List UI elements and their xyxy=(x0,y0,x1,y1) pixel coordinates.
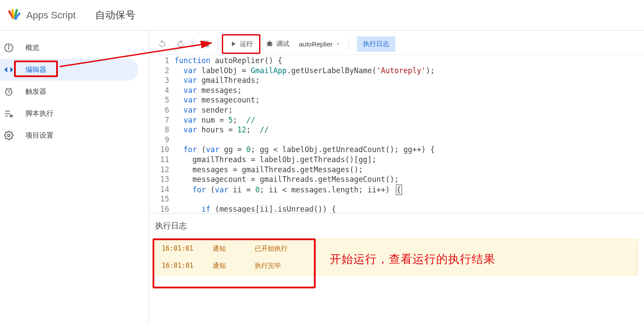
code-content[interactable]: function autoReplier() { var labelObj = … xyxy=(174,56,644,213)
header: Apps Script 自动保号 xyxy=(0,0,644,31)
svg-line-8 xyxy=(11,88,12,89)
redo-button[interactable] xyxy=(172,36,189,52)
apps-script-logo-icon xyxy=(7,8,21,22)
play-icon xyxy=(229,40,237,48)
sidebar-item-overview[interactable]: 概览 xyxy=(0,37,138,59)
project-title[interactable]: 自动保号 xyxy=(95,8,135,22)
svg-marker-12 xyxy=(11,115,13,117)
annotation-callout-text: 开始运行，查看运行的执行结果 xyxy=(330,252,495,267)
svg-point-14 xyxy=(268,42,272,46)
log-time: 16:01:01 xyxy=(162,245,213,253)
line-number-gutter: 12345678910111213141516 xyxy=(149,56,174,213)
log-panel-title: 执行日志 xyxy=(155,220,638,231)
function-selector[interactable]: autoReplier xyxy=(295,37,345,51)
log-button-label: 执行日志 xyxy=(363,40,389,48)
sidebar-item-triggers[interactable]: 触发器 xyxy=(0,81,138,103)
run-label: 运行 xyxy=(240,40,253,48)
toolbar-divider xyxy=(349,38,349,50)
sidebar-item-editor[interactable]: 编辑器 xyxy=(0,59,138,81)
code-icon xyxy=(4,64,14,75)
svg-point-0 xyxy=(14,17,17,19)
editor-toolbar: 运行 调试 autoReplier 执行日志 xyxy=(149,33,644,54)
undo-button[interactable] xyxy=(153,36,171,52)
svg-line-21 xyxy=(271,46,272,46)
sidebar-item-label: 项目设置 xyxy=(25,131,53,140)
run-button-annotation-box: 运行 xyxy=(222,34,260,54)
logo-area: Apps Script xyxy=(4,8,76,22)
toolbar-divider xyxy=(193,38,193,50)
execution-log-panel: 执行日志 16:01:01 通知 已开始执行 16:01:01 通知 执行完毕 xyxy=(149,213,644,323)
debug-button[interactable]: 调试 xyxy=(261,36,294,52)
svg-line-17 xyxy=(271,42,272,43)
log-type: 通知 xyxy=(213,262,255,270)
app-title: Apps Script xyxy=(26,10,76,21)
bug-icon xyxy=(266,40,274,48)
sidebar: 概览 编辑器 触发器 脚本执行 项目设置 xyxy=(0,31,149,323)
code-editor[interactable]: 12345678910111213141516 function autoRep… xyxy=(149,54,644,213)
clock-icon xyxy=(4,86,14,97)
chevron-down-icon xyxy=(335,41,341,46)
gear-icon xyxy=(4,130,14,141)
executions-icon xyxy=(4,108,14,119)
sidebar-item-label: 触发器 xyxy=(25,87,46,96)
execution-log-button[interactable]: 执行日志 xyxy=(357,36,395,52)
debug-label: 调试 xyxy=(276,40,289,48)
content-area: 运行 调试 autoReplier 执行日志 12345678910111213… xyxy=(149,31,644,323)
log-time: 16:01:01 xyxy=(162,262,213,270)
log-message: 执行完毕 xyxy=(255,262,281,270)
toolbar-divider xyxy=(218,38,218,50)
sidebar-item-settings[interactable]: 项目设置 xyxy=(0,124,138,146)
run-button[interactable]: 运行 xyxy=(225,36,257,52)
log-message: 已开始执行 xyxy=(255,245,288,253)
svg-line-16 xyxy=(267,42,268,43)
svg-line-6 xyxy=(9,92,10,93)
sidebar-item-executions[interactable]: 脚本执行 xyxy=(0,103,138,124)
sidebar-item-label: 编辑器 xyxy=(25,65,46,75)
info-icon xyxy=(4,43,14,53)
sidebar-item-label: 概览 xyxy=(25,43,39,53)
sidebar-item-label: 脚本执行 xyxy=(25,109,53,118)
function-name: autoReplier xyxy=(299,40,333,48)
svg-line-7 xyxy=(6,88,7,89)
svg-point-13 xyxy=(7,134,10,137)
log-type: 通知 xyxy=(213,245,255,253)
svg-line-20 xyxy=(267,46,268,46)
svg-point-3 xyxy=(8,46,9,46)
save-button[interactable] xyxy=(197,36,214,52)
